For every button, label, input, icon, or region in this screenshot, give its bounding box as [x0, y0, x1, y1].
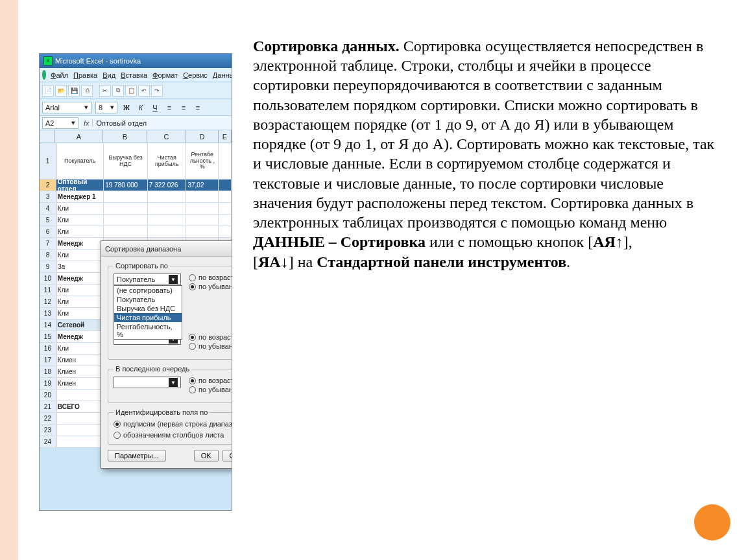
radio-ascending[interactable]: по возрастанию — [189, 274, 232, 281]
dropdown-option[interactable]: Выручка без НДС — [114, 304, 182, 313]
row-header[interactable]: 13 — [40, 308, 56, 319]
row-header[interactable]: 9 — [40, 261, 56, 272]
cell[interactable]: Менедж — [56, 238, 104, 249]
cell[interactable] — [56, 436, 104, 447]
cell[interactable]: Кли — [56, 250, 104, 261]
underline-button[interactable]: Ч — [150, 104, 160, 111]
ok-button[interactable]: OK — [194, 450, 219, 461]
cell[interactable]: Кли — [56, 343, 104, 354]
menu-edit[interactable]: Правка — [71, 70, 99, 80]
cell[interactable] — [56, 413, 104, 424]
formula-bar[interactable]: Оптовый отдел — [92, 119, 232, 127]
cell[interactable]: 37,02 — [186, 180, 219, 191]
col-header-d[interactable]: D — [186, 130, 219, 143]
open-icon[interactable]: 📂 — [55, 85, 67, 97]
row-header[interactable]: 23 — [40, 425, 56, 436]
cell[interactable] — [219, 180, 232, 191]
name-box[interactable]: A2▾ — [42, 117, 78, 129]
cell[interactable] — [104, 215, 148, 226]
row-header[interactable]: 3 — [40, 191, 56, 202]
row-header[interactable]: 5 — [40, 215, 56, 226]
cell[interactable]: Кли — [56, 215, 104, 226]
align-right-icon[interactable]: ≡ — [193, 104, 203, 111]
cell[interactable]: За — [56, 261, 104, 272]
cancel-button[interactable]: Отмена — [223, 450, 232, 461]
dialog-titlebar[interactable]: Сортировка диапазона ✕ — [101, 241, 232, 257]
radio-descending[interactable]: по убыванию — [189, 283, 232, 290]
row-header[interactable]: 18 — [40, 366, 56, 377]
cell[interactable] — [186, 203, 219, 214]
row-header[interactable]: 6 — [40, 226, 56, 237]
menu-file[interactable]: Файл — [49, 70, 70, 80]
cell[interactable] — [104, 191, 148, 202]
cell[interactable]: Кли — [56, 296, 104, 307]
cell[interactable] — [186, 191, 219, 202]
col-header-b[interactable]: B — [103, 130, 147, 143]
cell[interactable] — [219, 191, 232, 202]
cell[interactable] — [56, 425, 104, 436]
paste-icon[interactable]: 📋 — [125, 85, 137, 97]
header-cell[interactable]: Выручка без НДС — [104, 143, 148, 179]
row-header[interactable]: 2 — [40, 180, 56, 191]
row-header[interactable]: 8 — [40, 250, 56, 261]
cell[interactable]: Кли — [56, 203, 104, 214]
cell[interactable]: ВСЕГО — [56, 401, 104, 412]
cell[interactable] — [56, 390, 104, 401]
col-header-a[interactable]: A — [55, 130, 103, 143]
font-name-box[interactable]: Arial▾ — [42, 102, 91, 113]
fx-icon[interactable]: fx — [84, 119, 90, 127]
row-header[interactable]: 24 — [40, 436, 56, 447]
font-size-box[interactable]: 8▾ — [95, 102, 117, 113]
header-cell[interactable]: Рентабе льность , % — [186, 143, 219, 179]
row-header[interactable]: 1 — [40, 143, 56, 179]
cell[interactable]: Менеджер 1 — [56, 191, 104, 202]
row-header[interactable]: 16 — [40, 343, 56, 354]
row-header[interactable]: 10 — [40, 273, 56, 284]
dropdown-option[interactable]: Покупатель — [114, 295, 182, 304]
row-header[interactable]: 14 — [40, 320, 56, 331]
cell[interactable] — [186, 215, 219, 226]
undo-icon[interactable]: ↶ — [138, 85, 150, 97]
radio-ascending[interactable]: по возрастанию — [189, 377, 232, 384]
header-cell[interactable]: Покупатель — [56, 143, 104, 179]
params-button[interactable]: Параметры... — [108, 450, 166, 461]
cell[interactable]: 7 322 026 — [148, 180, 187, 191]
row-header[interactable]: 7 — [40, 238, 56, 249]
cell[interactable] — [219, 226, 232, 237]
row-header[interactable]: 19 — [40, 378, 56, 389]
row-header[interactable]: 4 — [40, 203, 56, 214]
align-center-icon[interactable]: ≡ — [178, 104, 189, 111]
menu-tools[interactable]: Сервис — [181, 70, 210, 80]
print-icon[interactable]: ⎙ — [81, 85, 93, 97]
radio-by-columns[interactable]: обозначениям столбцов листа — [114, 431, 232, 439]
italic-button[interactable]: К — [136, 104, 146, 111]
cell[interactable] — [104, 203, 148, 214]
cell[interactable]: Менедж — [56, 273, 104, 284]
dropdown-option-selected[interactable]: Чистая прибыль — [114, 313, 182, 322]
header-cell[interactable]: Чистая прибыль — [148, 143, 187, 179]
sort-column-combo[interactable]: Покупатель ▼ (не сортировать) Покупатель… — [114, 274, 181, 285]
cell[interactable] — [186, 226, 219, 237]
menu-data[interactable]: Данны — [211, 70, 232, 80]
menu-format[interactable]: Формат — [150, 70, 180, 80]
cut-icon[interactable]: ✂ — [99, 85, 111, 97]
menu-view[interactable]: Вид — [101, 70, 117, 80]
cell[interactable] — [148, 215, 187, 226]
copy-icon[interactable]: ⧉ — [112, 85, 124, 97]
cell[interactable]: Клиен — [56, 378, 104, 389]
menu-insert[interactable]: Вставка — [119, 70, 149, 80]
cell[interactable]: Сетевой — [56, 320, 104, 331]
cell[interactable]: Клиен — [56, 366, 104, 377]
cell[interactable] — [148, 226, 187, 237]
cell[interactable]: Менедж — [56, 331, 104, 342]
office-button-icon[interactable] — [42, 70, 46, 80]
align-left-icon[interactable]: ≡ — [164, 104, 174, 111]
radio-descending[interactable]: по убыванию — [189, 342, 232, 350]
redo-icon[interactable]: ↷ — [151, 85, 163, 97]
cell[interactable] — [219, 203, 232, 214]
dropdown-option[interactable]: (не сортировать) — [114, 286, 182, 295]
cell[interactable]: Клиен — [56, 355, 104, 366]
col-header-e[interactable]: E — [219, 130, 232, 143]
row-header[interactable]: 17 — [40, 355, 56, 366]
new-file-icon[interactable]: 📄 — [42, 85, 54, 97]
